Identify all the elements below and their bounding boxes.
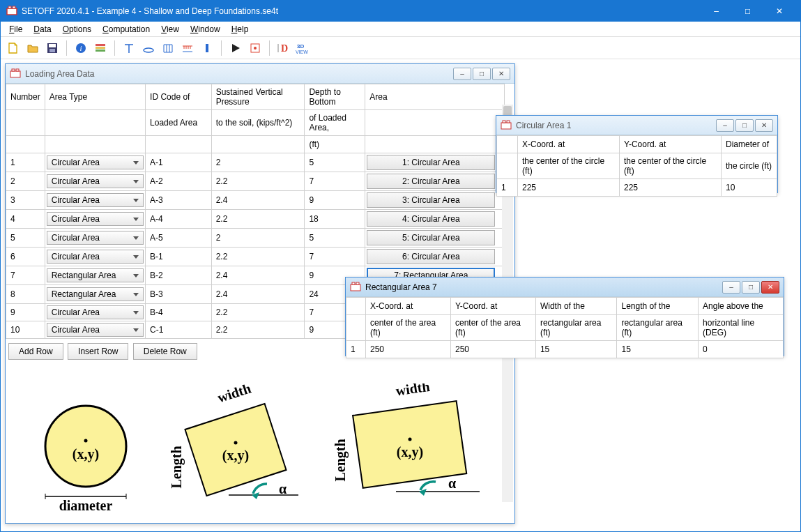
area-type-select[interactable]: Circular Area: [47, 155, 144, 169]
area-link-button[interactable]: 6: Circular Area: [367, 249, 495, 264]
area-type-select[interactable]: Rectangular Area: [47, 287, 144, 301]
sub-close-button[interactable]: ✕: [492, 68, 510, 80]
maximize-button[interactable]: □: [732, 1, 763, 22]
close-button[interactable]: ✕: [763, 1, 795, 22]
delete-row-button[interactable]: Delete Row: [133, 343, 197, 360]
menubar: File Data Options Computation View Windo…: [1, 22, 800, 37]
menu-file[interactable]: File: [5, 23, 26, 36]
id-code-cell[interactable]: C-1: [146, 321, 212, 339]
depth-cell[interactable]: 18: [305, 210, 365, 229]
sub-maximize-button[interactable]: □: [473, 68, 491, 80]
layers-icon[interactable]: [92, 40, 109, 56]
loading-area-titlebar[interactable]: Loading Area Data – □ ✕: [6, 64, 514, 84]
sub-minimize-button[interactable]: –: [453, 68, 471, 80]
id-code-cell[interactable]: A-5: [146, 229, 212, 248]
menu-view[interactable]: View: [157, 23, 183, 36]
depth-cell[interactable]: 7: [305, 248, 365, 266]
area-type-select[interactable]: Circular Area: [47, 305, 144, 319]
load-icon[interactable]: [179, 40, 196, 56]
add-row-button[interactable]: Add Row: [8, 343, 63, 360]
menu-options[interactable]: Options: [59, 23, 96, 36]
run-icon[interactable]: [227, 40, 244, 56]
area-type-select[interactable]: Circular Area: [47, 193, 144, 207]
svg-text:Length: Length: [333, 439, 349, 481]
rectangular-area-titlebar[interactable]: Rectangular Area 7 – □ ✕: [346, 278, 784, 297]
circ-x-cell[interactable]: 225: [518, 179, 620, 197]
pressure-cell[interactable]: 2: [211, 229, 305, 248]
frame-icon[interactable]: [160, 40, 176, 56]
id-code-cell[interactable]: B-2: [146, 266, 212, 285]
depth-cell[interactable]: 5: [305, 153, 365, 172]
footing-icon[interactable]: [140, 40, 157, 56]
menu-help[interactable]: Help: [227, 23, 253, 36]
area-link-button[interactable]: 4: Circular Area: [367, 211, 495, 227]
row-number: 5: [6, 229, 45, 248]
id-code-cell[interactable]: A-1: [146, 153, 212, 172]
point-icon[interactable]: [199, 40, 215, 56]
depth-cell[interactable]: 7: [305, 172, 365, 191]
3d-view-icon[interactable]: 3DVIEW: [295, 40, 312, 56]
pressure-cell[interactable]: 2: [211, 153, 305, 172]
svg-text:Length: Length: [169, 446, 185, 488]
pressure-cell[interactable]: 2.4: [211, 285, 305, 304]
svg-rect-8: [96, 44, 105, 46]
id-code-cell[interactable]: A-3: [146, 191, 212, 210]
pressure-cell[interactable]: 2.2: [211, 172, 305, 191]
target-icon[interactable]: [247, 40, 264, 56]
new-file-icon[interactable]: [5, 40, 22, 56]
rect-y-cell[interactable]: 250: [450, 341, 535, 358]
rect-a-cell[interactable]: 0: [699, 341, 784, 358]
id-code-cell[interactable]: B-1: [146, 248, 212, 266]
menu-data[interactable]: Data: [29, 23, 55, 36]
pressure-cell[interactable]: 2.2: [211, 248, 305, 266]
rectangular-area-title: Rectangular Area 7: [365, 282, 722, 292]
depth-cell[interactable]: 9: [305, 191, 365, 210]
menu-window[interactable]: Window: [186, 23, 224, 36]
pressure-cell[interactable]: 2.4: [211, 191, 305, 210]
sub-minimize-button[interactable]: –: [722, 281, 740, 294]
circ-dia-cell[interactable]: 10: [722, 179, 777, 197]
sub-minimize-button[interactable]: –: [716, 119, 734, 132]
sub-maximize-button[interactable]: □: [735, 119, 754, 132]
rect-x-cell[interactable]: 250: [366, 341, 451, 358]
area-type-select[interactable]: Circular Area: [47, 250, 144, 264]
sub-maximize-button[interactable]: □: [742, 281, 760, 294]
main-titlebar[interactable]: SETOFF 2020.4.1 - Example 4 - Shallow an…: [1, 1, 800, 22]
area-type-select[interactable]: Rectangular Area: [47, 268, 144, 282]
pressure-cell[interactable]: 2.2: [211, 321, 305, 339]
sub-close-button[interactable]: ✕: [761, 281, 779, 294]
save-file-icon[interactable]: [44, 40, 61, 56]
id-code-cell[interactable]: B-4: [146, 304, 212, 321]
area-type-select[interactable]: Circular Area: [47, 174, 144, 188]
area-link-button[interactable]: 2: Circular Area: [367, 174, 495, 189]
circular-area-titlebar[interactable]: Circular Area 1 – □ ✕: [496, 116, 777, 135]
area-type-select[interactable]: Circular Area: [47, 231, 144, 245]
pile-icon[interactable]: [121, 40, 137, 56]
area-link-button[interactable]: 3: Circular Area: [367, 192, 495, 208]
depth-cell[interactable]: 5: [305, 229, 365, 248]
id-code-cell[interactable]: A-2: [146, 172, 212, 191]
pressure-cell[interactable]: 2.2: [211, 304, 305, 321]
area-link-button[interactable]: 5: Circular Area: [367, 230, 495, 245]
rect-w-cell[interactable]: 15: [535, 341, 617, 358]
id-code-cell[interactable]: A-4: [146, 210, 212, 229]
minimize-button[interactable]: –: [701, 1, 732, 22]
area-link-button[interactable]: 1: Circular Area: [367, 155, 495, 170]
area-type-select[interactable]: Circular Area: [47, 323, 144, 337]
app-icon: [6, 6, 17, 17]
col-pressure: Sustained Vertical Pressure: [211, 84, 305, 110]
menu-computation[interactable]: Computation: [98, 23, 154, 36]
rect-l-cell[interactable]: 15: [617, 341, 699, 358]
insert-row-button[interactable]: Insert Row: [68, 343, 128, 360]
sub-close-button[interactable]: ✕: [755, 119, 773, 132]
svg-rect-19: [12, 69, 15, 71]
svg-rect-1: [8, 6, 11, 8]
id-code-cell[interactable]: B-3: [146, 285, 212, 304]
area-type-select[interactable]: Circular Area: [47, 212, 144, 226]
pressure-cell[interactable]: 2.2: [211, 210, 305, 229]
report-d-icon[interactable]: D: [275, 40, 292, 56]
pressure-cell[interactable]: 2.4: [211, 266, 305, 285]
info-icon[interactable]: i: [73, 40, 89, 56]
open-file-icon[interactable]: [24, 40, 41, 56]
circ-y-cell[interactable]: 225: [620, 179, 722, 197]
